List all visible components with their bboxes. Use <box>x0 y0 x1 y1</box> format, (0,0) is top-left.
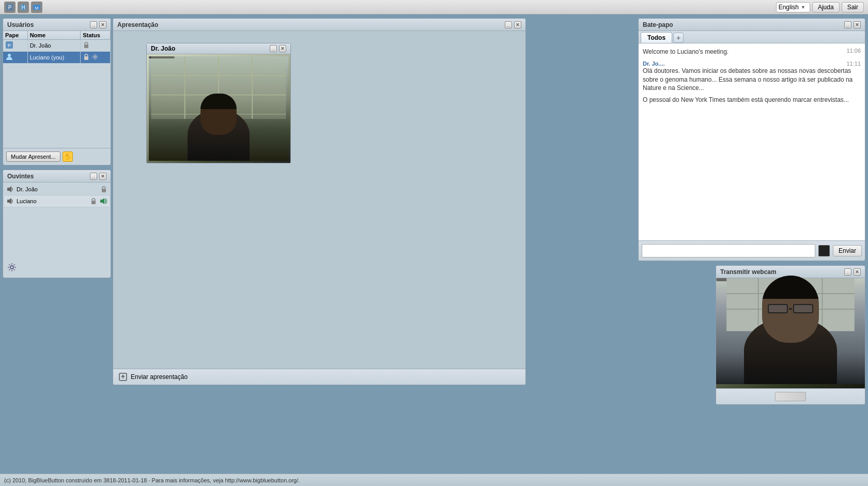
usuarios-minimize-btn[interactable]: _ <box>90 21 97 28</box>
batepapo-title: Bate-papo <box>643 21 673 28</box>
svg-rect-10 <box>84 56 88 60</box>
speaker-icon-luciano <box>6 197 14 205</box>
list-item: Luciano <box>4 195 110 207</box>
topbar-icon-3[interactable]: M <box>31 2 42 13</box>
ouvintes-controls: _ ✕ <box>90 173 106 180</box>
ouvintes-title: Ouvintes <box>7 173 34 180</box>
apresentacao-title: Apresentação <box>117 21 158 28</box>
apresentacao-minimize-btn[interactable]: _ <box>505 21 512 28</box>
message-sender: Dr. Jo.... <box>643 60 665 67</box>
webcam-minimize-btn[interactable]: _ <box>270 45 277 52</box>
message-text: Olá doutores. Vamos iniciar os debates s… <box>643 67 861 93</box>
svg-text:M: M <box>35 6 39 10</box>
ouvintes-list: Dr. João Luciano <box>3 183 111 208</box>
usuarios-panel-header: Usuários _ ✕ <box>3 19 111 31</box>
settings-gear-icon <box>7 263 17 272</box>
user-status-drjoao <box>81 40 111 52</box>
mudar-apresent-button[interactable]: Mudar Apresent... <box>6 151 60 162</box>
transmitir-slider[interactable] <box>775 392 806 401</box>
col-nome: Nome <box>27 31 81 40</box>
lock-icon-luciano <box>90 198 97 205</box>
transmitir-controls: _ ✕ <box>844 268 861 276</box>
transmitir-close-btn[interactable]: ✕ <box>854 268 861 276</box>
glass-right <box>793 304 813 313</box>
usuarios-table: Pape Nome Status P Dr. João <box>3 31 111 64</box>
head-shape <box>200 94 237 135</box>
statusbar-text: (c) 2010, BigBlueButton construído em 38… <box>4 477 300 483</box>
apresentacao-footer: Enviar apresentação <box>113 369 525 385</box>
person-silhouette <box>188 109 250 161</box>
user-name-drjoao: Dr. João <box>27 40 81 52</box>
ouvintes-minimize-btn[interactable]: _ <box>90 173 97 180</box>
topbar-icon-1[interactable]: P <box>4 2 16 13</box>
language-label: English <box>779 4 799 11</box>
hand-raise-icon[interactable]: ✋ <box>63 151 73 162</box>
batepapo-close-btn[interactable]: ✕ <box>854 21 861 28</box>
batepapo-panel: Bate-papo _ ✕ Todos + Welcome to Luciano… <box>638 18 865 261</box>
usuarios-panel: Usuários _ ✕ Pape Nome Status <box>3 18 111 165</box>
usuarios-controls: _ ✕ <box>90 21 106 28</box>
svg-point-11 <box>94 56 96 58</box>
webcam-float-title: Dr. João <box>151 45 175 52</box>
transmitir-face-sim <box>716 278 865 384</box>
message-row: Dr. Jo.... 11:11 Olá doutores. Vamos ini… <box>643 60 861 104</box>
svg-rect-13 <box>102 189 106 192</box>
user-name-luciano: Luciano (you) <box>27 52 81 64</box>
usuarios-close-btn[interactable]: ✕ <box>99 21 106 28</box>
ouvintes-settings[interactable] <box>7 263 17 274</box>
apresentacao-close-btn[interactable]: ✕ <box>514 21 521 28</box>
ajuda-button[interactable]: Ajuda <box>812 2 840 12</box>
language-selector[interactable]: English ▼ <box>776 2 810 12</box>
language-dropdown-arrow: ▼ <box>801 5 805 10</box>
tab-todos[interactable]: Todos <box>641 32 672 43</box>
message-time-welcome: 11:06 <box>846 48 861 54</box>
svg-marker-12 <box>7 186 11 192</box>
user-icon <box>5 53 13 61</box>
user-role-icon: P <box>3 40 27 52</box>
settings-icon <box>91 53 99 60</box>
batepapo-controls: _ ✕ <box>844 21 861 28</box>
sair-button[interactable]: Sair <box>842 2 864 12</box>
svg-marker-14 <box>7 198 11 204</box>
large-person-head <box>762 276 819 343</box>
col-status: Status <box>81 31 111 40</box>
apresentacao-controls: _ ✕ <box>505 21 521 28</box>
add-tab-button[interactable]: + <box>673 33 684 43</box>
volume-icon <box>99 197 107 205</box>
transmitir-minimize-btn[interactable]: _ <box>844 268 851 276</box>
svg-text:P: P <box>8 5 12 10</box>
chat-input[interactable] <box>642 244 815 257</box>
webcam-video-feed <box>147 54 290 163</box>
webcam-float-controls: _ ✕ <box>270 45 286 52</box>
message-text-welcome: Welcome to Luciano's meeting. <box>643 48 729 56</box>
apresentacao-header: Apresentação _ ✕ <box>113 19 525 31</box>
usuarios-footer: Mudar Apresent... ✋ <box>3 148 111 165</box>
svg-rect-15 <box>91 201 96 204</box>
message-welcome: Welcome to Luciano's meeting. 11:06 <box>643 48 861 56</box>
ouvintes-close-btn[interactable]: ✕ <box>99 173 106 180</box>
transmitir-title: Transmitir webcam <box>720 268 777 276</box>
glasses-bridge <box>789 308 792 310</box>
usuarios-table-container: Pape Nome Status P Dr. João <box>3 31 111 148</box>
webcam-float-window: Dr. João _ ✕ <box>146 43 291 163</box>
batepapo-header: Bate-papo _ ✕ <box>639 19 865 31</box>
presenter-icon: P <box>5 41 13 49</box>
batepapo-footer: Enviar <box>639 240 865 261</box>
table-row: P Dr. João <box>3 40 111 52</box>
enviar-button[interactable]: Enviar <box>833 245 862 256</box>
webcam-close-btn[interactable]: ✕ <box>279 45 286 52</box>
topbar: P H M English ▼ Ajuda Sair <box>0 0 868 14</box>
chat-color-swatch[interactable] <box>818 245 830 256</box>
topbar-icon-2[interactable]: H <box>18 2 29 13</box>
webcam-face-simulation <box>149 56 288 161</box>
batepapo-minimize-btn[interactable]: _ <box>844 21 851 28</box>
ouvinte-name-drjoao: Dr. João <box>17 186 38 192</box>
glass-left <box>768 304 788 313</box>
ouvintes-panel: Ouvintes _ ✕ Dr. João Luciano <box>3 170 111 278</box>
enviar-apresentacao-label: Enviar apresentação <box>131 373 188 381</box>
statusbar: (c) 2010, BigBlueButton construído em 38… <box>0 474 868 486</box>
svg-text:P: P <box>8 43 11 48</box>
webcam-float-header: Dr. João _ ✕ <box>147 43 290 54</box>
svg-rect-8 <box>84 44 88 48</box>
transmitir-webcam-panel: Transmitir webcam _ ✕ <box>716 265 865 405</box>
